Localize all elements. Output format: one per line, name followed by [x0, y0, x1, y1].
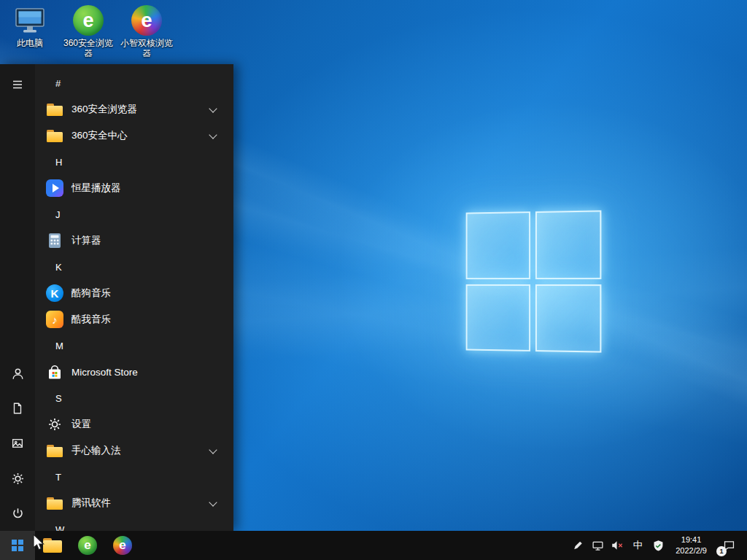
- windows-logo-pane: [466, 284, 530, 351]
- clock-date: 2022/2/9: [676, 545, 707, 556]
- 360-browser-icon: e: [78, 536, 97, 555]
- app-list-item-folder[interactable]: 手心输入法: [35, 438, 233, 464]
- volume-muted-icon[interactable]: [609, 531, 625, 560]
- app-list-item-folder[interactable]: 360安全中心: [35, 122, 233, 149]
- folder-icon: [45, 100, 64, 119]
- action-center-button[interactable]: 1: [716, 531, 741, 560]
- user-account-button[interactable]: [0, 356, 35, 391]
- app-list-item[interactable]: 计算器: [35, 228, 233, 254]
- windows-flag-icon: [12, 540, 24, 552]
- windows-logo-pane: [535, 284, 601, 353]
- store-icon: [45, 362, 64, 381]
- folder-icon: [45, 441, 64, 460]
- folder-icon: [45, 126, 64, 145]
- windows-logo-pane: [535, 210, 601, 279]
- chevron-down-icon[interactable]: [209, 446, 217, 454]
- app-list-section-header[interactable]: H: [35, 149, 233, 175]
- xiaozhi-browser-icon: e: [130, 4, 163, 36]
- network-icon[interactable]: [589, 531, 605, 560]
- windows-logo: [466, 210, 602, 352]
- start-menu-app-list: # 360安全浏览器 360安全中心 H 恒星播放器: [35, 64, 233, 531]
- taskbar-file-explorer[interactable]: [35, 531, 70, 560]
- taskbar-xiaozhi-browser[interactable]: e: [105, 531, 140, 560]
- chevron-down-icon[interactable]: [209, 104, 217, 112]
- desktop-icon-xiaozhi-browser[interactable]: e 小智双核浏览器: [118, 4, 175, 59]
- file-explorer-icon: [43, 538, 62, 553]
- desktop-icon-label: 小智双核浏览器: [119, 39, 174, 59]
- app-list-section-header[interactable]: W: [35, 516, 233, 531]
- pictures-button[interactable]: [0, 426, 35, 461]
- taskbar-360-browser[interactable]: e: [70, 531, 105, 560]
- app-list-section-header[interactable]: K: [35, 254, 233, 280]
- xiaozhi-browser-icon: e: [113, 536, 132, 555]
- settings-button[interactable]: [0, 461, 35, 496]
- calculator-icon: [45, 231, 64, 250]
- pen-icon[interactable]: [570, 531, 586, 560]
- app-list-section-header[interactable]: J: [35, 201, 233, 228]
- app-list-section-header[interactable]: S: [35, 385, 233, 411]
- 360-browser-icon: e: [71, 4, 105, 36]
- kuwo-icon: ♪: [45, 310, 64, 329]
- system-tray: 中 19:41 2022/2/9 1: [570, 531, 747, 560]
- taskbar: e e: [0, 531, 747, 560]
- app-list-item-folder[interactable]: 360安全浏览器: [35, 96, 233, 122]
- kugou-icon: K: [45, 284, 64, 303]
- documents-button[interactable]: [0, 391, 35, 426]
- power-button[interactable]: [0, 496, 35, 531]
- desktop-icons: 此电脑 e 360安全浏览器 e 小智双核浏览器: [1, 4, 175, 59]
- app-list-item[interactable]: 恒星播放器: [35, 175, 233, 201]
- desktop-icon-label: 360安全浏览器: [61, 39, 116, 59]
- ime-indicator[interactable]: 中: [629, 531, 646, 560]
- this-pc-icon: [13, 4, 47, 36]
- desktop-icon-label: 此电脑: [17, 39, 43, 49]
- app-list-item[interactable]: Microsoft Store: [35, 359, 233, 385]
- play-icon: [45, 179, 64, 198]
- clock[interactable]: 19:41 2022/2/9: [670, 534, 713, 556]
- expand-menu-button[interactable]: [0, 67, 35, 102]
- app-list-item[interactable]: K 酷狗音乐: [35, 280, 233, 306]
- folder-icon: [45, 494, 64, 513]
- app-list-section-header[interactable]: M: [35, 332, 233, 359]
- desktop-icon-this-pc[interactable]: 此电脑: [1, 4, 58, 59]
- start-button[interactable]: [0, 531, 35, 560]
- app-list-item[interactable]: 设置: [35, 411, 233, 438]
- windows-logo-pane: [466, 211, 530, 279]
- defender-shield-icon[interactable]: [650, 531, 666, 560]
- start-menu-rail: [0, 64, 35, 531]
- gear-icon: [45, 415, 64, 434]
- desktop-icon-360-browser[interactable]: e 360安全浏览器: [60, 4, 117, 59]
- start-menu: # 360安全浏览器 360安全中心 H 恒星播放器: [0, 64, 233, 531]
- app-list-section-header[interactable]: #: [35, 70, 233, 96]
- desktop: 此电脑 e 360安全浏览器 e 小智双核浏览器: [0, 0, 747, 560]
- app-list-item[interactable]: ♪ 酷我音乐: [35, 306, 233, 332]
- notification-badge: 1: [716, 546, 727, 556]
- app-list-item-folder[interactable]: 腾讯软件: [35, 490, 233, 516]
- chevron-down-icon[interactable]: [209, 498, 217, 506]
- chevron-down-icon[interactable]: [209, 131, 217, 139]
- clock-time: 19:41: [676, 534, 707, 545]
- app-list-section-header[interactable]: T: [35, 464, 233, 490]
